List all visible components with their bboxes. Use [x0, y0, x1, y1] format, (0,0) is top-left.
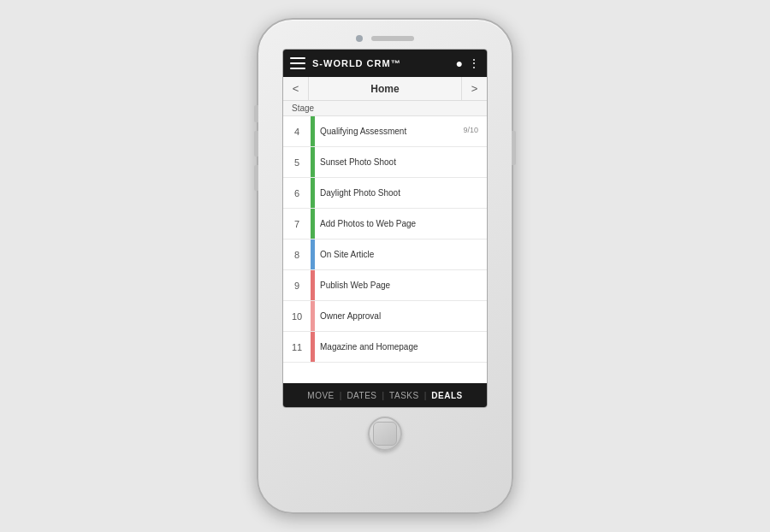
list-item[interactable]: 8On Site Article — [283, 239, 487, 270]
side-button-power[interactable] — [512, 131, 516, 165]
task-content: Add Photos to Web Page — [320, 215, 487, 233]
task-content: Sunset Photo Shoot — [320, 153, 487, 171]
task-content: On Site Article — [320, 245, 487, 263]
task-content: Magazine and Homepage — [320, 338, 487, 356]
task-color-indicator — [311, 116, 315, 146]
bottom-nav: MOVE | DATES | TASKS | DEALS — [283, 383, 487, 407]
nav-next-button[interactable]: > — [461, 77, 487, 101]
bottom-nav-move[interactable]: MOVE — [302, 391, 339, 400]
list-item[interactable]: 5Sunset Photo Shoot — [283, 147, 487, 178]
task-list: 4Qualifying Assessment9/105Sunset Photo … — [283, 116, 487, 383]
header-icons: ● ⋮ — [456, 56, 480, 70]
list-item[interactable]: 10Owner Approval — [283, 301, 487, 332]
task-content: Owner Approval — [320, 307, 487, 325]
task-color-indicator — [311, 239, 315, 269]
task-name: Daylight Photo Shoot — [320, 187, 400, 198]
task-name: Publish Web Page — [320, 280, 390, 291]
task-name: Magazine and Homepage — [320, 341, 418, 352]
home-button-inner — [373, 422, 397, 446]
camera — [356, 35, 363, 42]
task-name: Qualifying Assessment — [320, 126, 406, 137]
stage-number: 8 — [283, 246, 311, 263]
task-name: Add Photos to Web Page — [320, 218, 416, 229]
bottom-nav-dates[interactable]: DATES — [341, 391, 382, 400]
list-item[interactable]: 7Add Photos to Web Page — [283, 209, 487, 239]
stage-label: Stage — [283, 101, 487, 116]
phone-frame: S-WORLD CRM™ ● ⋮ < Home > Stage 4Qualify… — [257, 18, 513, 514]
phone-top-bar — [267, 35, 503, 42]
task-name: On Site Article — [320, 249, 374, 260]
task-color-indicator — [311, 178, 315, 208]
task-color-indicator — [311, 147, 315, 177]
list-item[interactable]: 11Magazine and Homepage — [283, 332, 487, 363]
search-icon[interactable]: ● — [456, 56, 463, 70]
stage-number: 11 — [283, 339, 311, 356]
nav-prev-button[interactable]: < — [283, 77, 309, 101]
task-name: Owner Approval — [320, 310, 381, 322]
task-name: Sunset Photo Shoot — [320, 157, 396, 168]
bottom-nav-tasks[interactable]: TASKS — [384, 391, 424, 400]
task-content: Publish Web Page — [320, 276, 487, 294]
list-item[interactable]: 6Daylight Photo Shoot — [283, 178, 487, 209]
bottom-nav-deals[interactable]: DEALS — [426, 391, 467, 400]
stage-number: 6 — [283, 185, 311, 202]
task-color-indicator — [311, 270, 315, 300]
nav-row: < Home > — [283, 77, 487, 101]
home-button[interactable] — [368, 417, 402, 451]
side-button-mute[interactable] — [254, 105, 258, 122]
app-header: S-WORLD CRM™ ● ⋮ — [283, 50, 487, 77]
side-button-vol-up[interactable] — [254, 131, 258, 157]
stage-number: 5 — [283, 154, 311, 171]
stage-number: 9 — [283, 277, 311, 294]
stage-number: 7 — [283, 216, 311, 233]
task-color-indicator — [311, 301, 315, 331]
list-item[interactable]: 4Qualifying Assessment9/10 — [283, 116, 487, 147]
app-title: S-WORLD CRM™ — [312, 58, 456, 68]
stage-number: 10 — [283, 308, 311, 325]
task-score: 9/10 — [463, 126, 483, 134]
task-content: Daylight Photo Shoot — [320, 184, 487, 202]
stage-number: 4 — [283, 123, 311, 140]
list-item[interactable]: 9Publish Web Page — [283, 270, 487, 301]
task-content: Qualifying Assessment9/10 — [320, 122, 487, 140]
screen: S-WORLD CRM™ ● ⋮ < Home > Stage 4Qualify… — [282, 49, 488, 408]
task-color-indicator — [311, 209, 315, 239]
side-button-vol-down[interactable] — [254, 165, 258, 191]
speaker — [371, 36, 414, 41]
task-color-indicator — [311, 332, 315, 362]
nav-title: Home — [309, 83, 461, 95]
hamburger-icon[interactable] — [290, 57, 305, 69]
dots-icon[interactable]: ⋮ — [468, 56, 480, 70]
